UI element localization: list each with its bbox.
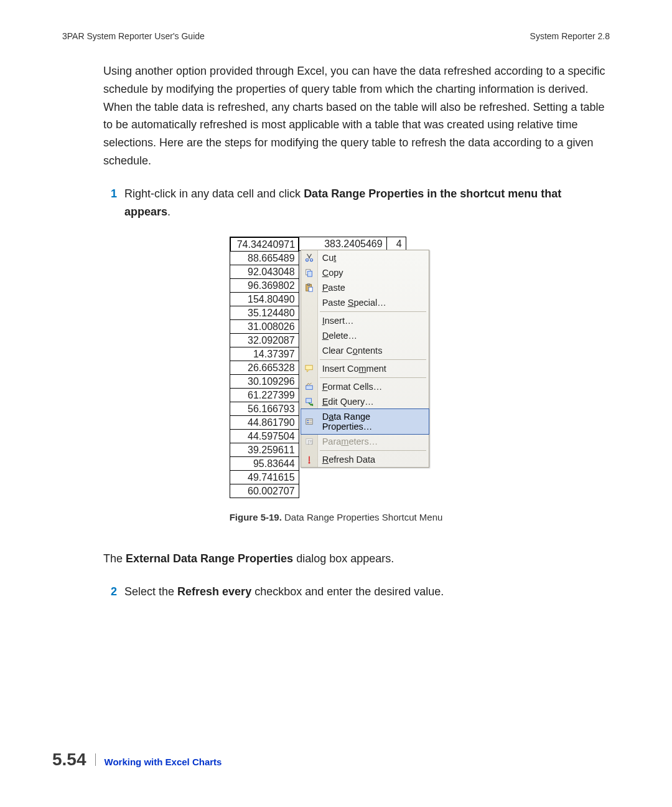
svg-point-1	[310, 259, 312, 262]
svg-rect-8	[306, 386, 312, 390]
svg-rect-5	[307, 284, 310, 286]
paste-icon	[304, 283, 314, 293]
step-1: 1 Right-click in any data cell and click…	[103, 185, 610, 221]
excel-cell-c1: 4	[387, 237, 406, 251]
excel-cell-a14: 44.861790	[230, 416, 299, 430]
svg-rect-3	[307, 271, 312, 277]
excel-cell-a11: 30.109296	[230, 375, 299, 389]
context-menu[interactable]: CutCopyPastePaste Special…Insert…Delete……	[301, 250, 429, 468]
menu-item-label: Copy	[322, 268, 343, 278]
excel-cell-a12: 61.227399	[230, 389, 299, 402]
excel-cell-a9: 14.37397	[230, 347, 299, 361]
excel-column-b: 383.2405469	[299, 237, 387, 251]
menu-item-edit-query[interactable]: Edit Query…	[301, 394, 429, 409]
menu-item-label: Edit Query…	[322, 397, 374, 407]
menu-separator	[320, 359, 426, 360]
menu-item-paste[interactable]: Paste	[301, 280, 429, 295]
step-2-text: Select the Refresh every checkbox and en…	[124, 583, 610, 601]
menu-item-label: Insert…	[322, 316, 354, 326]
menu-item-insert[interactable]: Insert…	[301, 313, 429, 328]
svg-point-0	[306, 259, 308, 262]
excel-cell-b1: 383.2405469	[299, 237, 386, 251]
refresh-icon	[304, 455, 314, 465]
svg-rect-13	[309, 420, 312, 422]
menu-item-label: Refresh Data	[322, 455, 375, 465]
svg-rect-7	[306, 366, 312, 370]
menu-item-refresh-data[interactable]: Refresh Data	[301, 452, 429, 467]
menu-item-label: Parameters…	[322, 437, 378, 446]
menu-item-label: Paste Special…	[322, 298, 386, 308]
menu-item-delete[interactable]: Delete…	[301, 328, 429, 343]
svg-rect-9	[306, 399, 311, 403]
excel-selected-cell: 74.34240971	[230, 237, 299, 252]
step-2-number: 2	[103, 583, 117, 601]
intro-paragraph: Using another option provided through Ex…	[103, 62, 610, 170]
excel-cell-a6: 35.124480	[230, 306, 299, 320]
menu-item-label: Data Range Properties…	[322, 412, 422, 432]
excel-cell-a17: 95.83644	[230, 457, 299, 471]
menu-item-label: Format Cells…	[322, 382, 383, 392]
copy-icon	[304, 268, 314, 278]
format-icon	[304, 382, 314, 392]
menu-separator	[320, 311, 426, 312]
menu-item-format-cells[interactable]: Format Cells…	[301, 379, 429, 394]
excel-screenshot: 74.34240971 88.66548992.04304896.3698021…	[230, 237, 443, 498]
step-2: 2 Select the Refresh every checkbox and …	[103, 583, 610, 601]
svg-point-17	[308, 462, 310, 464]
page-header: 3PAR System Reporter User's Guide System…	[62, 31, 610, 41]
header-right: System Reporter 2.8	[530, 31, 610, 41]
excel-cell-a4: 96.369802	[230, 279, 299, 293]
excel-cell-a5: 154.80490	[230, 293, 299, 306]
figure-caption: Figure 5-19. Data Range Properties Short…	[230, 512, 443, 522]
svg-rect-10	[306, 419, 312, 425]
menu-item-parameters: [?]Parameters…	[301, 434, 429, 449]
excel-cell-a2: 88.665489	[230, 252, 299, 265]
menu-item-label: Delete…	[322, 331, 357, 341]
menu-item-paste-special[interactable]: Paste Special…	[301, 295, 429, 310]
figure-5-19: 74.34240971 88.66548992.04304896.3698021…	[62, 237, 610, 537]
header-left: 3PAR System Reporter User's Guide	[62, 31, 205, 41]
comment-icon	[304, 364, 314, 374]
svg-text:[?]: [?]	[307, 440, 312, 445]
excel-cell-a10: 26.665328	[230, 361, 299, 375]
excel-cell-a18: 49.741615	[230, 471, 299, 484]
query-icon	[304, 397, 314, 407]
footer-divider	[95, 753, 96, 766]
menu-item-clear-contents[interactable]: Clear Contents	[301, 343, 429, 358]
svg-rect-11	[307, 420, 309, 422]
excel-cell-a13: 56.166793	[230, 402, 299, 416]
svg-rect-14	[309, 422, 312, 423]
params-icon: [?]	[304, 437, 314, 446]
step-1-text: Right-click in any data cell and click D…	[124, 185, 610, 221]
menu-item-copy[interactable]: Copy	[301, 265, 429, 280]
cut-icon	[304, 253, 314, 263]
props-icon	[304, 417, 314, 427]
svg-rect-6	[309, 288, 312, 292]
footer-section-title: Working with Excel Charts	[105, 757, 222, 767]
excel-cell-a15: 44.597504	[230, 430, 299, 443]
step-1-number: 1	[103, 185, 117, 221]
excel-cell-a19: 60.002707	[230, 484, 299, 498]
excel-cell-a8: 32.092087	[230, 334, 299, 347]
menu-item-cut[interactable]: Cut	[301, 250, 429, 265]
excel-cell-a16: 39.259611	[230, 443, 299, 457]
page-footer: 5.54 Working with Excel Charts	[52, 750, 222, 770]
page-number: 5.54	[52, 750, 86, 770]
excel-cell-a3: 92.043048	[230, 265, 299, 279]
dialog-appears-text: The External Data Range Properties dialo…	[103, 550, 610, 568]
menu-item-label: Clear Contents	[322, 346, 383, 356]
menu-separator	[320, 450, 426, 451]
menu-item-label: Paste	[322, 283, 345, 293]
excel-column-c: 4	[387, 237, 406, 251]
excel-column-a: 74.34240971 88.66548992.04304896.3698021…	[230, 237, 299, 498]
menu-separator	[320, 377, 426, 378]
menu-item-label: Cut	[322, 253, 337, 263]
excel-cell-a7: 31.008026	[230, 320, 299, 334]
menu-item-data-range-properties[interactable]: Data Range Properties…	[301, 408, 429, 435]
svg-rect-12	[307, 422, 309, 423]
menu-item-label: Insert Comment	[322, 364, 386, 374]
menu-item-insert-comment[interactable]: Insert Comment	[301, 361, 429, 376]
